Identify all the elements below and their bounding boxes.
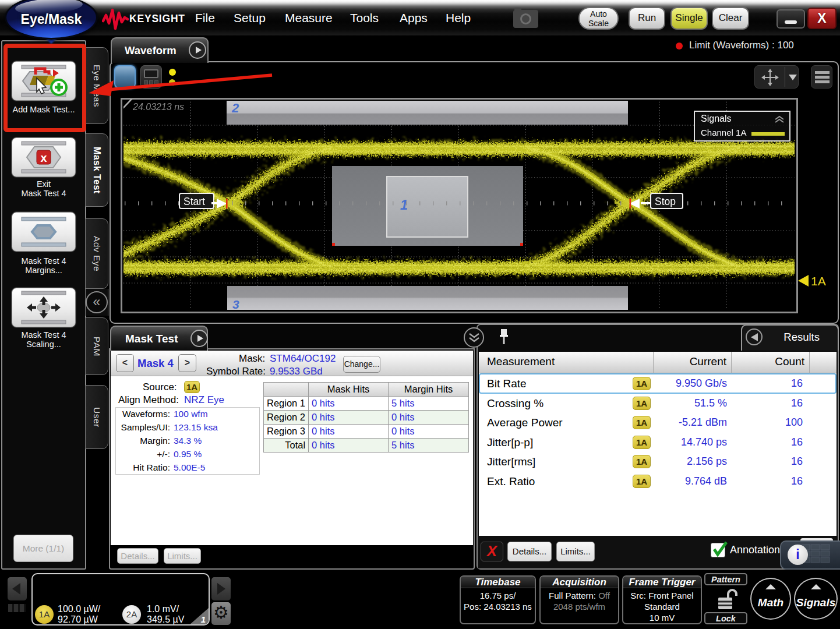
svg-text:x: x: [40, 151, 47, 164]
svg-text:Stop: Stop: [655, 196, 676, 207]
svg-text:1A: 1A: [811, 274, 826, 288]
svg-text:3: 3: [232, 298, 239, 310]
svg-text:Start: Start: [183, 196, 205, 207]
